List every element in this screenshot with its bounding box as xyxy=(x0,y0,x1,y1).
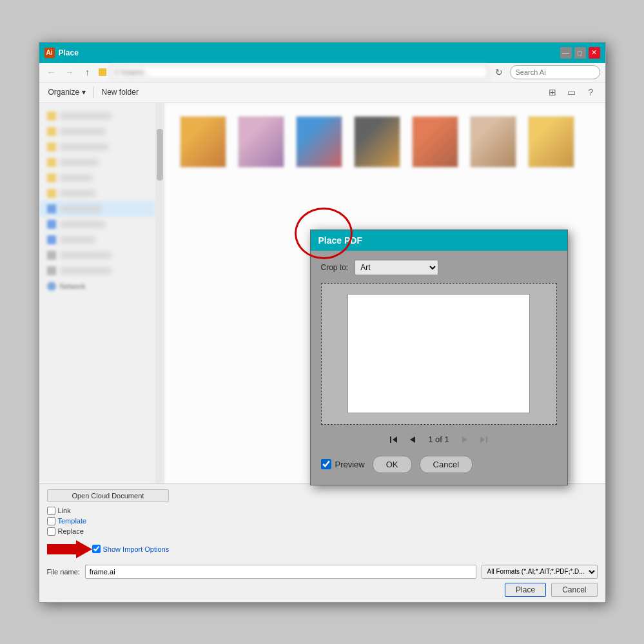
replace-checkbox[interactable] xyxy=(47,527,55,536)
new-folder-button[interactable]: New folder xyxy=(99,86,141,98)
organize-button[interactable]: Organize ▾ xyxy=(46,86,88,98)
sidebar: Network xyxy=(39,103,155,483)
cancel-modal-button[interactable]: Cancel xyxy=(420,456,473,473)
file-thumb[interactable] xyxy=(351,116,403,168)
file-thumbnail xyxy=(470,116,516,168)
preview-check-row: Preview xyxy=(321,459,365,469)
show-import-option-row: Show Import Options xyxy=(92,545,170,553)
preview-label: Preview xyxy=(335,460,365,469)
sidebar-item-disk-d[interactable] xyxy=(39,263,155,278)
sidebar-item-network[interactable]: Network xyxy=(39,278,155,294)
close-button[interactable]: ✕ xyxy=(589,47,600,59)
file-thumb[interactable] xyxy=(177,116,229,168)
place-pdf-modal: Place PDF Crop to: Art Bleed Crop Media … xyxy=(310,229,568,485)
page-navigation: 1 of 1 xyxy=(321,433,557,447)
folder-icon xyxy=(47,189,56,198)
cancel-main-button[interactable]: Cancel xyxy=(551,583,597,597)
first-page-button[interactable] xyxy=(387,433,401,447)
template-option-row: Template xyxy=(47,517,170,525)
filename-row: File name: All Formats (*.AI;*.AIT;*.PDF… xyxy=(47,565,598,579)
preview-checkbox[interactable] xyxy=(321,459,331,469)
open-cloud-button[interactable]: Open Cloud Document xyxy=(47,489,170,502)
next-page-icon xyxy=(462,435,469,444)
network-label: Network xyxy=(60,282,86,290)
disk-icon xyxy=(47,266,56,275)
sidebar-item-images[interactable] xyxy=(39,201,155,217)
replace-option-row: Replace xyxy=(47,527,170,536)
window-controls: — □ ✕ xyxy=(560,47,600,59)
sidebar-item-music[interactable] xyxy=(39,170,155,186)
address-bar-input[interactable] xyxy=(110,65,488,79)
folder-icon xyxy=(47,173,56,182)
sidebar-item-desktop[interactable] xyxy=(39,108,155,124)
template-checkbox[interactable] xyxy=(47,517,55,525)
link-label: Link xyxy=(58,507,71,514)
place-button[interactable]: Place xyxy=(505,583,546,597)
filename-input[interactable] xyxy=(85,565,476,579)
svg-marker-3 xyxy=(410,436,415,443)
page-indicator: 1 of 1 xyxy=(423,434,454,444)
folder-icon xyxy=(47,158,56,167)
sidebar-item-downloads[interactable] xyxy=(39,124,155,139)
refresh-button[interactable]: ↻ xyxy=(492,65,506,79)
filetype-select[interactable]: All Formats (*.AI;*.AIT;*.PDF;*.D... xyxy=(482,565,598,579)
modal-title-bar: Place PDF xyxy=(311,230,567,251)
file-thumbnail xyxy=(296,116,342,168)
dialog-title: Place xyxy=(59,48,79,57)
file-thumb[interactable] xyxy=(525,116,577,168)
ok-button[interactable]: OK xyxy=(373,456,412,473)
help-button[interactable]: ? xyxy=(583,84,599,100)
file-grid-inner xyxy=(171,110,599,174)
crop-label: Crop to: xyxy=(321,263,349,272)
crop-select[interactable]: Art Bleed Crop Media Trim xyxy=(355,260,438,275)
forward-button[interactable]: → xyxy=(63,65,77,79)
view-toggle-button[interactable]: ⊞ xyxy=(545,84,560,100)
file-thumb[interactable] xyxy=(293,116,345,168)
sidebar-item-label xyxy=(60,221,105,228)
sidebar-item-disk-c[interactable] xyxy=(39,248,155,263)
svg-rect-5 xyxy=(486,436,487,443)
preview-inner xyxy=(347,294,531,413)
replace-label: Replace xyxy=(58,527,84,535)
up-button[interactable]: ↑ xyxy=(81,65,95,79)
sidebar-scrollbar[interactable] xyxy=(155,103,164,483)
file-thumb[interactable] xyxy=(235,116,287,168)
prev-page-button[interactable] xyxy=(405,433,419,447)
toolbar-right: ⊞ ▭ ? xyxy=(545,84,599,100)
sidebar-item-documents[interactable] xyxy=(39,139,155,155)
folder-blue-icon xyxy=(47,235,56,244)
sidebar-item-label xyxy=(60,159,99,166)
svg-marker-0 xyxy=(47,540,92,558)
prev-page-icon xyxy=(409,435,415,444)
svg-marker-4 xyxy=(462,436,467,443)
next-page-button[interactable] xyxy=(458,433,473,447)
action-row: Place Cancel xyxy=(47,583,598,597)
maximize-button[interactable]: □ xyxy=(574,47,586,59)
sidebar-item-videos[interactable] xyxy=(39,186,155,201)
link-checkbox[interactable] xyxy=(47,507,55,515)
sidebar-item-label xyxy=(60,144,108,150)
sidebar-item-pictures[interactable] xyxy=(39,155,155,170)
folder-icon xyxy=(47,142,56,151)
modal-title: Place PDF xyxy=(318,235,362,246)
sidebar-item-label xyxy=(60,128,105,135)
template-label: Template xyxy=(58,517,87,525)
svg-marker-2 xyxy=(393,436,397,443)
file-thumbnail xyxy=(354,116,400,168)
pane-button[interactable]: ▭ xyxy=(564,84,580,100)
search-input[interactable] xyxy=(510,65,600,79)
preview-area xyxy=(321,283,557,425)
folder-icon xyxy=(99,68,106,76)
file-thumbnail xyxy=(528,116,574,168)
sidebar-item-assets[interactable] xyxy=(39,232,155,248)
sidebar-item-projects[interactable] xyxy=(39,217,155,232)
folder-blue-icon xyxy=(47,220,56,229)
folder-blue-icon xyxy=(47,204,56,213)
file-thumbnail xyxy=(180,116,226,168)
file-thumb[interactable] xyxy=(409,116,461,168)
minimize-button[interactable]: — xyxy=(560,47,572,59)
file-thumb[interactable] xyxy=(467,116,519,168)
back-button[interactable]: ← xyxy=(44,65,59,79)
last-page-button[interactable] xyxy=(476,433,491,447)
show-import-checkbox[interactable] xyxy=(92,545,101,553)
